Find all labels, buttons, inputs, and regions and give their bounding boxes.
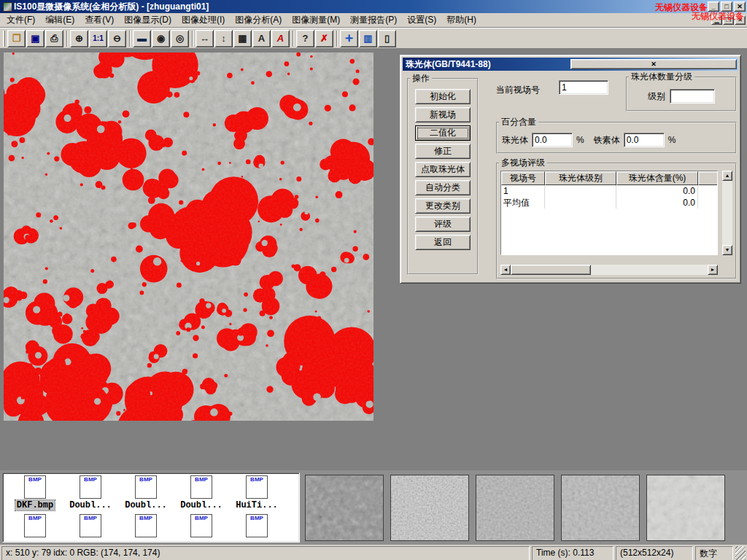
minimize-icon[interactable]: _: [708, 1, 719, 12]
toolbar-separator: [66, 31, 68, 47]
thumbnail-5[interactable]: [646, 475, 725, 541]
dialog-close-icon[interactable]: ✕: [570, 59, 737, 69]
grade-button[interactable]: 评级: [415, 217, 471, 232]
operation-group: 操作 初始化 新视场 二值化 修正 点取珠光体 自动分类 更改类别 评级 返回: [407, 72, 479, 275]
zoom-in-button[interactable]: ⊕: [70, 30, 88, 47]
menu-image-analysis[interactable]: 图像分析(A): [230, 12, 287, 28]
ruler-button[interactable]: ▯: [378, 30, 396, 47]
file-item[interactable]: BMP Doubl...: [118, 475, 174, 510]
actual-size-button[interactable]: 1:1: [89, 30, 107, 47]
menu-file[interactable]: 文件(F): [1, 12, 40, 28]
menu-edit[interactable]: 编辑(E): [40, 12, 80, 28]
menu-image-display[interactable]: 图像显示(D): [119, 12, 177, 28]
mdi-close-icon[interactable]: ✕: [735, 15, 746, 25]
file-item[interactable]: BMP: [63, 514, 118, 537]
scroll-track[interactable]: [591, 265, 708, 275]
binarize-button[interactable]: 二值化: [415, 125, 471, 141]
toolbar-separator: [129, 31, 131, 47]
scroll-track[interactable]: [722, 181, 732, 245]
table-horizontal-scrollbar[interactable]: ◄ ►: [500, 265, 718, 275]
resize-grip[interactable]: [735, 546, 746, 560]
menu-image-process[interactable]: 图像处理(I): [177, 12, 230, 28]
file-name[interactable]: Doubl...: [68, 500, 113, 510]
file-name[interactable]: HuiTi...: [234, 500, 279, 510]
file-name[interactable]: DKF.bmp: [15, 500, 55, 510]
text-annotation-button[interactable]: A: [252, 30, 271, 47]
scroll-right-icon[interactable]: ►: [708, 265, 718, 275]
measure-width-button[interactable]: ↔: [196, 30, 214, 47]
table-row[interactable]: 1 0.0: [501, 185, 717, 197]
file-item[interactable]: BMP Doubl...: [63, 475, 118, 510]
dialog-title-bar[interactable]: 珠光体(GB/T9441-88) ✕: [403, 58, 738, 71]
calibration-button[interactable]: ▥: [359, 30, 377, 47]
snapshot-button[interactable]: ◎: [171, 30, 189, 47]
video-capture-button[interactable]: ▬: [133, 30, 151, 47]
col-ferrite[interactable]: 铁素: [698, 171, 718, 185]
camera-button[interactable]: ◉: [152, 30, 170, 47]
save-button[interactable]: ▣: [26, 30, 44, 47]
col-field-number[interactable]: 视场号: [501, 171, 545, 185]
close-icon[interactable]: ✕: [734, 1, 746, 12]
maximize-icon[interactable]: □: [721, 1, 732, 12]
file-name[interactable]: Doubl...: [123, 500, 169, 510]
print-button[interactable]: ⎙: [45, 30, 63, 47]
thumbnail-2[interactable]: [390, 475, 469, 541]
scroll-left-icon[interactable]: ◄: [500, 265, 511, 275]
thumbnail-3[interactable]: [476, 475, 554, 541]
file-list[interactable]: BMP DKF.bmp BMP Doubl... BMP Doubl... BM…: [2, 472, 300, 542]
menu-settings[interactable]: 设置(S): [402, 12, 441, 28]
text-style-button[interactable]: A: [271, 30, 290, 47]
scroll-up-icon[interactable]: ▲: [722, 171, 732, 181]
grid-measure-button[interactable]: ▦: [233, 30, 252, 47]
file-item[interactable]: BMP: [229, 514, 285, 537]
pearlite-percent-input[interactable]: [532, 133, 573, 147]
mdi-minimize-icon[interactable]: ▁: [711, 15, 722, 25]
cell-pearlite-grade: [545, 197, 616, 209]
work-area: 珠光体(GB/T9441-88) ✕ 操作 初始化 新视场 二值化 修正 点取珠…: [0, 49, 747, 470]
table-vertical-scrollbar[interactable]: ▲ ▼: [722, 171, 732, 255]
scroll-down-icon[interactable]: ▼: [722, 245, 732, 255]
file-item[interactable]: BMP: [174, 514, 229, 537]
menu-help[interactable]: 帮助(H): [441, 12, 481, 28]
file-item[interactable]: BMP HuiTi...: [229, 475, 285, 510]
metallograph-image[interactable]: [4, 52, 374, 421]
status-bar: x: 510 y: 79 idx: 0 RGB: (174, 174, 174)…: [0, 545, 747, 560]
file-item[interactable]: BMP DKF.bmp: [7, 475, 63, 510]
open-button[interactable]: ❐: [7, 30, 26, 47]
table-row[interactable]: 平均值 0.0: [501, 197, 717, 209]
measure-height-button[interactable]: ↕: [214, 30, 233, 47]
file-name[interactable]: Doubl...: [179, 500, 224, 510]
mdi-window-controls: ▁ ❐ ✕: [711, 15, 747, 25]
thumbnail-1[interactable]: [305, 475, 384, 541]
file-item[interactable]: BMP: [7, 514, 63, 537]
col-pearlite-grade[interactable]: 珠光体级别: [545, 171, 616, 185]
thumbnail-4[interactable]: [561, 475, 640, 541]
menu-view[interactable]: 查看(V): [80, 12, 119, 28]
file-row-partial: BMP BMP BMP BMP BMP: [7, 514, 299, 537]
scroll-thumb[interactable]: [511, 265, 591, 275]
zoom-out-button[interactable]: ⊖: [108, 30, 126, 47]
bmp-file-icon: BMP: [135, 514, 157, 537]
col-pearlite-content[interactable]: 珠光体含量(%): [616, 171, 698, 185]
grading-table[interactable]: 视场号 珠光体级别 珠光体含量(%) 铁素 1 0.0: [500, 171, 718, 255]
auto-classify-button[interactable]: 自动分类: [415, 180, 471, 195]
cell-field-number: 平均值: [501, 197, 545, 209]
color-picker-button[interactable]: ✛: [340, 30, 358, 47]
init-button[interactable]: 初始化: [415, 89, 471, 104]
current-field-input[interactable]: [559, 80, 608, 95]
delete-annotation-button[interactable]: ✗: [315, 30, 333, 47]
grade-input[interactable]: [670, 89, 715, 104]
mdi-restore-icon[interactable]: ❐: [723, 15, 734, 25]
menu-report[interactable]: 测量报告(P): [345, 12, 402, 28]
pick-pearlite-button[interactable]: 点取珠光体: [415, 162, 471, 177]
file-item[interactable]: BMP Doubl...: [174, 475, 229, 510]
toolbar-grip[interactable]: [3, 31, 5, 47]
new-field-button[interactable]: 新视场: [415, 107, 471, 122]
help-button[interactable]: ?: [296, 30, 314, 47]
return-button[interactable]: 返回: [415, 235, 471, 250]
file-item[interactable]: BMP: [118, 514, 174, 537]
menu-image-measure[interactable]: 图像测量(M): [287, 12, 345, 28]
correct-button[interactable]: 修正: [415, 144, 471, 159]
ferrite-percent-input[interactable]: [624, 133, 665, 147]
change-class-button[interactable]: 更改类别: [415, 198, 471, 214]
